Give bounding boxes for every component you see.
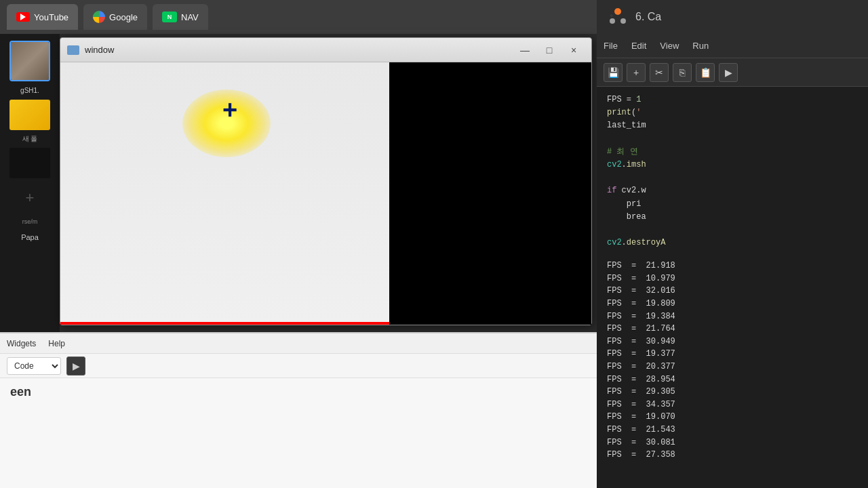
cv2-titlebar: window — □ ×: [60, 38, 591, 62]
toolbar-play-btn[interactable]: ▶: [719, 63, 738, 82]
tab-google-label: Google: [109, 12, 138, 22]
notebook-menubar: Widgets Help: [0, 333, 597, 354]
menu-file[interactable]: File: [604, 41, 618, 51]
sidebar-papa-label: Papa: [18, 230, 41, 244]
code-line-print: print(': [607, 106, 858, 119]
jupyter-panel: ○ 6. Ca File Edit View Run 💾 + ✂ ⎘ 📋 ▶ F…: [597, 0, 868, 488]
fps-line-4: FPS = 19.384: [607, 310, 858, 323]
sidebar-label-2: 새 폴: [22, 134, 38, 144]
maximize-button[interactable]: □: [538, 43, 560, 58]
sidebar-thumb-1[interactable]: [9, 100, 50, 130]
toolbar-copy-btn[interactable]: ⎘: [673, 63, 692, 82]
code-line-destroy: cv2.destroyA: [607, 237, 858, 249]
jupyter-code-area: FPS = 1 print(' last_tim # 최 연 cv2.imsh …: [597, 87, 868, 256]
cv2-right-panel: [389, 62, 591, 325]
svg-text:○: ○: [610, 14, 613, 18]
cell-type-select[interactable]: Code: [7, 357, 61, 375]
svg-point-2: [620, 18, 626, 24]
red-line: [60, 322, 389, 325]
fps-line-5: FPS = 21.764: [607, 323, 858, 336]
fps-line-11: FPS = 34.357: [607, 399, 858, 411]
window-title: window: [85, 45, 514, 55]
sidebar-avatar[interactable]: [9, 41, 50, 81]
fps-line-9: FPS = 28.954: [607, 373, 858, 386]
toolbar-paste-btn[interactable]: 📋: [696, 63, 715, 82]
code-line-blank2: [607, 171, 858, 184]
jupyter-bottom: Widgets Help Code ▶ een: [0, 332, 597, 488]
code-line-pri: pri: [607, 198, 858, 211]
code-line-last: last_tim: [607, 119, 858, 132]
fps-line-7: FPS = 19.377: [607, 348, 858, 361]
jupyter-logo-icon: ○: [607, 6, 629, 28]
fps-line-13: FPS = 21.543: [607, 424, 858, 436]
sidebar-label-1: gSH1.: [18, 85, 42, 96]
avatar-image: [11, 42, 49, 80]
fps-line-8: FPS = 20.377: [607, 361, 858, 373]
jupyter-header: ○ 6. Ca: [597, 0, 868, 34]
menu-edit[interactable]: Edit: [631, 41, 646, 51]
crosshair-cursor: [216, 96, 243, 123]
cv2-content: [60, 62, 591, 325]
tab-naver-label: NAV: [181, 12, 199, 22]
jupyter-menubar: File Edit View Run: [597, 34, 868, 58]
sidebar-url: rse/m: [20, 217, 41, 226]
fps-line-10: FPS = 29.305: [607, 386, 858, 399]
sidebar-thumb-2[interactable]: [9, 148, 50, 178]
code-line-imshow: cv2.imsh: [607, 159, 858, 171]
code-line-blank3: [607, 224, 858, 237]
code-line-fps-comment: FPS = 1: [607, 94, 858, 106]
svg-point-1: [610, 18, 615, 24]
fps-line-2: FPS = 32.016: [607, 285, 858, 298]
minimize-button[interactable]: —: [514, 43, 536, 58]
fps-line-6: FPS = 30.949: [607, 336, 858, 348]
code-line-brea: brea: [607, 211, 858, 224]
code-line-blank1: [607, 133, 858, 146]
browser-tab-bar: YouTube Google N NAV: [0, 0, 597, 34]
fps-line-12: FPS = 19.070: [607, 411, 858, 424]
cell-label: een: [10, 385, 31, 399]
jupyter-toolbar: 💾 + ✂ ⎘ 📋 ▶: [597, 58, 868, 87]
tab-google[interactable]: Google: [83, 4, 147, 30]
menu-view[interactable]: View: [660, 41, 679, 51]
naver-icon: N: [162, 12, 177, 22]
menu-widgets[interactable]: Widgets: [7, 339, 36, 348]
sidebar-add-button[interactable]: +: [9, 182, 50, 213]
tab-youtube[interactable]: YouTube: [7, 4, 78, 30]
code-line-if: if cv2.w: [607, 184, 858, 197]
window-controls: — □ ×: [514, 43, 585, 58]
fps-line-15: FPS = 27.358: [607, 449, 858, 462]
notebook-toolbar: Code ▶: [0, 354, 597, 378]
menu-help[interactable]: Help: [48, 339, 65, 348]
tab-naver[interactable]: N NAV: [153, 4, 208, 30]
svg-point-0: [614, 8, 621, 15]
toolbar-add-btn[interactable]: +: [627, 63, 646, 82]
notebook-content: een: [0, 378, 597, 406]
close-button[interactable]: ×: [563, 43, 585, 58]
toolbar-run-btn[interactable]: ▶: [66, 357, 85, 375]
fps-line-0: FPS = 21.918: [607, 260, 858, 272]
google-icon: [93, 11, 105, 23]
cv2-left-panel: [60, 62, 389, 325]
fps-output-area: FPS = 21.918FPS = 10.979FPS = 32.016FPS …: [597, 256, 868, 465]
tab-youtube-label: YouTube: [34, 12, 68, 22]
toolbar-save-btn[interactable]: 💾: [604, 63, 623, 82]
menu-run[interactable]: Run: [692, 41, 709, 51]
jupyter-title: 6. Ca: [635, 11, 661, 23]
fps-line-3: FPS = 19.809: [607, 298, 858, 310]
code-line-comment: # 최 연: [607, 146, 858, 159]
window-icon: [67, 45, 79, 55]
fps-line-1: FPS = 10.979: [607, 272, 858, 285]
cv2-window: window — □ ×: [60, 37, 592, 325]
fps-line-14: FPS = 30.081: [607, 436, 858, 449]
toolbar-cut-btn[interactable]: ✂: [650, 63, 669, 82]
youtube-icon: [16, 12, 30, 22]
